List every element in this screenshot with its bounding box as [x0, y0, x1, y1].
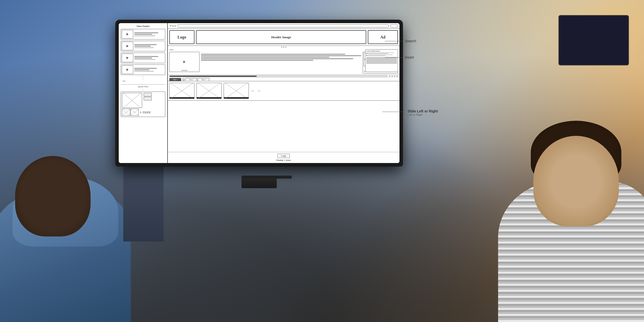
gallery-item — [169, 83, 194, 99]
video-thumbnail — [122, 42, 133, 50]
footer-text: Footer + Icon — [276, 159, 291, 162]
line — [134, 47, 154, 48]
video-label: Video — [169, 49, 174, 51]
notif-content — [368, 55, 397, 56]
slide-annotation: Slide Left or Right Left or Right — [408, 109, 438, 116]
tab-3[interactable]: Tab 3 — [197, 78, 209, 81]
nav-dot[interactable] — [394, 75, 395, 77]
desc-line — [201, 54, 345, 55]
video-thumbnail — [122, 65, 133, 74]
browser-dot-yellow — [172, 25, 174, 27]
gallery-next-arrow[interactable]: → — [257, 89, 261, 93]
tab-2[interactable]: Tab 2 — [185, 78, 197, 81]
upload-more-label[interactable]: + more — [140, 110, 151, 114]
wireframe-content: Video Playlist — [119, 23, 399, 163]
monitor: Video Playlist — [116, 20, 403, 181]
nav-dot[interactable] — [391, 75, 393, 77]
video-info — [133, 68, 164, 72]
notif-line — [368, 53, 388, 54]
header-logo: Logo — [169, 30, 194, 44]
url-bar[interactable] — [177, 24, 389, 27]
upload-thumb — [122, 109, 130, 116]
line — [134, 56, 158, 57]
browser-dot-red — [170, 25, 171, 27]
browser-search-button[interactable] — [390, 24, 397, 27]
gallery-section: ← → — [168, 81, 399, 101]
upload-main-image — [122, 93, 142, 108]
video-play-icon[interactable] — [183, 61, 186, 63]
list-item[interactable] — [121, 64, 165, 75]
video-controls — [182, 70, 187, 71]
video-description — [201, 52, 361, 73]
tabs-bar: Tab 1 + Tab 2 Tab 3 — [168, 78, 399, 81]
nav-dot[interactable] — [389, 75, 390, 77]
footer-section: Logo Footer + Icon — [168, 152, 399, 163]
notif-line — [368, 55, 393, 55]
left-panel: Video Playlist — [119, 23, 168, 163]
video-info — [133, 56, 164, 60]
progress-bar[interactable] — [169, 75, 387, 77]
desc-line — [201, 60, 313, 61]
progress-fill — [170, 76, 257, 77]
nav-dot[interactable] — [396, 75, 398, 77]
browser-dot-green — [174, 25, 176, 27]
desc-line — [201, 55, 361, 56]
line — [134, 58, 152, 58]
upload-section: Upload Photo ↓ — [121, 84, 165, 117]
slide-indicator-left: | — [121, 78, 165, 80]
upload-side-btn[interactable] — [144, 97, 152, 100]
upload-thumb — [131, 109, 139, 116]
notif-bullet — [366, 53, 367, 54]
carousel-dot[interactable] — [283, 47, 284, 48]
gallery-caption — [197, 97, 221, 99]
tab-1[interactable]: Tab 1 — [169, 78, 181, 81]
progress-bar-row — [168, 75, 399, 78]
upload-side-btn[interactable] — [144, 93, 152, 96]
line — [134, 46, 151, 47]
line — [134, 69, 149, 70]
video-section: Video — [168, 48, 399, 75]
notif-bullet — [366, 55, 367, 56]
slide-sublabel: Left or Right — [408, 113, 438, 116]
play-icon — [127, 68, 129, 71]
footer-logo: Logo — [277, 154, 290, 158]
monitor-stand — [242, 176, 277, 188]
upload-thumbnails: + more — [122, 109, 164, 116]
line — [134, 59, 155, 60]
gallery-caption — [170, 97, 194, 99]
line — [134, 68, 157, 69]
upload-area[interactable]: + more — [121, 92, 165, 117]
upload-title: Upload Photo — [121, 86, 165, 88]
notification-item — [366, 53, 397, 54]
gallery-navigation: ← → — [251, 89, 261, 93]
tab-add-button[interactable]: + — [182, 78, 185, 81]
carousel-dot[interactable] — [281, 47, 282, 48]
line — [134, 32, 158, 33]
monitor-frame: Video Playlist — [116, 20, 403, 166]
list-item[interactable] — [121, 41, 165, 51]
nav-dots — [389, 75, 398, 77]
search-annotation: Search — [405, 39, 416, 43]
list-item[interactable] — [121, 29, 165, 39]
notifications-panel: Latest Notifications — [365, 49, 398, 72]
list-item[interactable] — [121, 53, 165, 63]
gallery-caption — [224, 97, 249, 99]
video-playlist-title: Video Playlist — [121, 25, 165, 27]
video-info — [133, 44, 164, 48]
gallery-prev-arrow[interactable]: ← — [251, 89, 255, 93]
person-right — [468, 96, 644, 322]
line — [134, 34, 152, 35]
slide-text-left: T — [121, 76, 165, 78]
video-info — [133, 32, 164, 36]
line — [134, 35, 155, 36]
carousel-dot[interactable] — [285, 47, 286, 48]
video-player — [169, 52, 199, 72]
video-thumbnail — [122, 54, 133, 62]
gallery-item — [224, 83, 249, 99]
background-monitor — [558, 15, 629, 65]
notif-gray-block — [366, 57, 397, 64]
play-icon — [127, 33, 129, 35]
slide-label-left: Slide — [122, 80, 165, 82]
browser-bar — [168, 23, 399, 29]
control-dot — [183, 70, 184, 71]
